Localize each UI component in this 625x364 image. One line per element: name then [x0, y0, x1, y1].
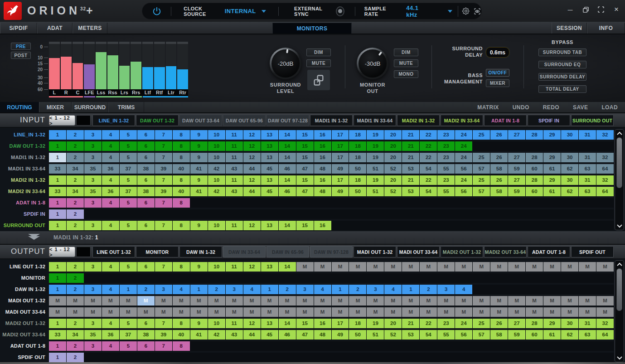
sample-rate-value[interactable]: 44.1 kHz	[406, 5, 427, 18]
grid-cell[interactable]: M	[526, 262, 543, 272]
bypass-surround-delay-button[interactable]: SURROUND DELAY	[538, 73, 586, 81]
input-tab-madi2-in-1-32[interactable]: MADI2 IN 1-32	[397, 115, 440, 126]
grid-cell[interactable]: 47	[296, 164, 314, 174]
grid-cell[interactable]: 64	[596, 164, 614, 174]
grid-cell[interactable]: 8	[173, 153, 190, 162]
grid-cell[interactable]: 7	[155, 175, 172, 185]
grid-cell[interactable]: 58	[490, 187, 508, 196]
grid-cell[interactable]: 39	[155, 187, 172, 196]
grid-cell[interactable]: 58	[490, 164, 508, 174]
grid-cell[interactable]: M	[102, 307, 119, 317]
grid-cell[interactable]: M	[437, 307, 455, 317]
grid-cell[interactable]: 26	[490, 130, 508, 140]
grid-cell[interactable]: M	[561, 296, 578, 306]
grid-cell[interactable]: 41	[190, 330, 208, 340]
redo-button[interactable]: REDO	[543, 104, 559, 111]
grid-cell[interactable]: 4	[102, 141, 119, 151]
grid-cell[interactable]: 16	[314, 175, 331, 185]
grid-cell[interactable]: 7	[155, 198, 172, 208]
grid-cell[interactable]: 12	[243, 262, 261, 272]
grid-cell[interactable]: 12	[243, 153, 261, 162]
grid-cell[interactable]: 44	[243, 164, 261, 174]
grid-cell[interactable]: 5	[120, 221, 137, 230]
grid-cell[interactable]: 56	[455, 164, 472, 174]
grid-cell[interactable]: 16	[314, 319, 331, 328]
grid-cell[interactable]: 44	[243, 187, 261, 196]
bass-mixer-button[interactable]: MIXER	[486, 79, 509, 87]
tab-meters[interactable]: METERS	[73, 23, 107, 34]
input-tab-madi2-in-33-64[interactable]: MADI2 IN 33-64	[441, 115, 483, 126]
grid-cell[interactable]: 12	[243, 141, 261, 151]
scroll-down-icon[interactable]	[616, 355, 623, 361]
output-tab-daw-in-1-32[interactable]: DAW IN 1-32	[179, 246, 222, 257]
grid-cell[interactable]: 55	[437, 164, 455, 174]
grid-cell[interactable]: M	[84, 307, 102, 317]
grid-cell[interactable]: 17	[332, 175, 349, 185]
grid-cell[interactable]: M	[261, 296, 278, 306]
input-scrollbar[interactable]	[615, 129, 624, 230]
fullscreen-button[interactable]	[597, 5, 605, 14]
grid-cell[interactable]: 1	[49, 221, 66, 230]
grid-cell[interactable]: M	[420, 296, 437, 306]
clock-source-value[interactable]: INTERNAL	[225, 8, 256, 15]
grid-cell[interactable]: M	[384, 307, 402, 317]
grid-cell[interactable]: 5	[120, 130, 137, 140]
grid-cell[interactable]: 21	[402, 141, 419, 151]
input-tab-line-in-1-32[interactable]: LINE_IN 1-32	[92, 115, 135, 126]
grid-cell[interactable]: 52	[384, 164, 402, 174]
grid-cell[interactable]: 2	[137, 285, 155, 294]
grid-cell[interactable]: M	[208, 307, 225, 317]
grid-cell[interactable]: 9	[190, 262, 208, 272]
grid-cell[interactable]: 2	[67, 262, 84, 272]
grid-cell[interactable]: 59	[508, 330, 525, 340]
grid-cell[interactable]: 41	[190, 187, 208, 196]
grid-cell[interactable]: M	[579, 307, 596, 317]
grid-cell[interactable]: 27	[508, 319, 525, 328]
grid-cell[interactable]: M	[473, 307, 490, 317]
grid-cell[interactable]: M	[384, 296, 402, 306]
grid-cell[interactable]: 3	[155, 285, 172, 294]
monitor-out-knob[interactable]: -30dB	[357, 48, 388, 79]
grid-cell[interactable]: 5	[120, 341, 137, 351]
grid-cell[interactable]: M	[332, 262, 349, 272]
grid-cell[interactable]: 4	[102, 262, 119, 272]
grid-cell[interactable]: 4	[384, 285, 402, 294]
grid-cell[interactable]: M	[349, 307, 366, 317]
meters-pre-button[interactable]: PRE	[11, 43, 31, 50]
grid-cell[interactable]: 2	[279, 285, 296, 294]
grid-cell[interactable]: 2	[67, 353, 84, 362]
grid-cell[interactable]: 42	[208, 330, 225, 340]
grid-cell[interactable]: 57	[473, 187, 490, 196]
grid-cell[interactable]: 35	[84, 164, 102, 174]
grid-cell[interactable]: 42	[208, 164, 225, 174]
grid-cell[interactable]: M	[402, 262, 419, 272]
save-button[interactable]: SAVE	[573, 104, 588, 111]
grid-cell[interactable]: 9	[190, 221, 208, 230]
grid-cell[interactable]: 7	[155, 141, 172, 151]
grid-cell[interactable]: 3	[84, 285, 102, 294]
grid-cell[interactable]: 34	[67, 330, 84, 340]
grid-cell[interactable]: M	[314, 296, 331, 306]
grid-cell[interactable]: 18	[349, 141, 366, 151]
grid-cell[interactable]: M	[314, 262, 331, 272]
grid-cell[interactable]: M	[226, 307, 243, 317]
grid-cell[interactable]: 1	[49, 130, 66, 140]
grid-cell[interactable]: 35	[84, 330, 102, 340]
input-tab-adat-in-1-8[interactable]: ADAT IN 1-8	[484, 115, 527, 126]
grid-cell[interactable]: 1	[402, 285, 419, 294]
grid-cell[interactable]: 20	[384, 141, 402, 151]
grid-cell[interactable]: 51	[367, 330, 384, 340]
grid-cell[interactable]: 51	[367, 187, 384, 196]
grid-cell[interactable]: M	[543, 307, 561, 317]
restore-button[interactable]	[581, 5, 590, 14]
grid-cell[interactable]: M	[508, 307, 525, 317]
grid-cell[interactable]: M	[367, 262, 384, 272]
grid-cell[interactable]: 13	[261, 175, 278, 185]
output-tab-daw-in-33-64[interactable]: DAW IN 33-64	[223, 246, 266, 257]
grid-cell[interactable]: M	[190, 296, 208, 306]
grid-cell[interactable]: 10	[208, 262, 225, 272]
grid-cell[interactable]: 20	[384, 319, 402, 328]
grid-cell[interactable]: 11	[226, 175, 243, 185]
grid-cell[interactable]: M	[155, 307, 172, 317]
grid-cell[interactable]: 23	[437, 319, 455, 328]
